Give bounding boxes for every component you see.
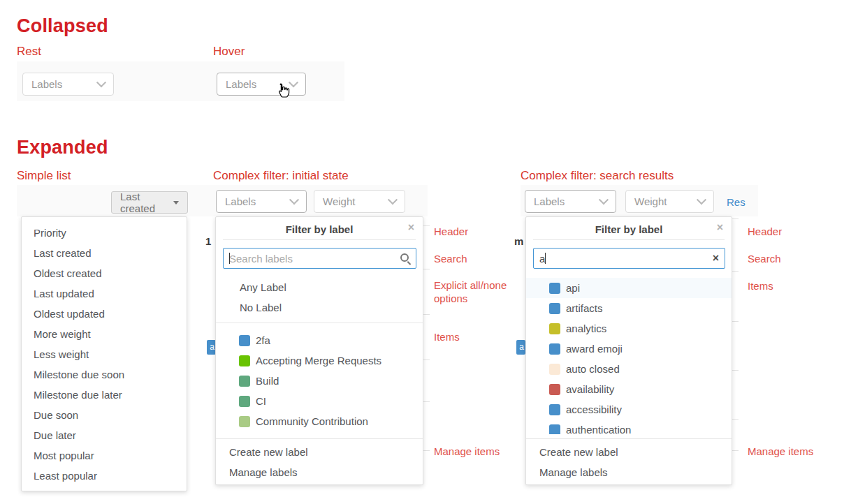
collapsed-heading: Collapsed (17, 15, 108, 37)
sort-toggle-label: Last created (120, 191, 167, 214)
divider (216, 438, 423, 439)
labels-filter-dropdown[interactable]: Labels (525, 190, 616, 213)
chevron-down-icon (289, 77, 298, 87)
sort-option[interactable]: Last created (22, 243, 187, 263)
labels-dropdown-hover[interactable]: Labels (217, 73, 306, 96)
sort-option[interactable]: Milestone due later (22, 385, 187, 405)
manage-labels-link[interactable]: Manage labels (229, 462, 298, 482)
dropdown-design-spec-page: Collapsed Rest Hover Labels Labels Expan… (0, 0, 851, 504)
dropdown-label: Labels (31, 78, 62, 90)
label-option[interactable]: 2fa (216, 330, 423, 350)
weight-filter-dropdown[interactable]: Weight (314, 190, 405, 213)
label-option[interactable]: Build (216, 371, 423, 391)
annotation-leader-line (732, 450, 739, 451)
sort-option[interactable]: Milestone due soon (22, 364, 187, 385)
weight-filter-dropdown[interactable]: Weight (625, 190, 714, 213)
sort-option[interactable]: Due soon (22, 405, 187, 425)
labels-dropdown-rest[interactable]: Labels (22, 73, 114, 96)
annotation-search: Search (748, 252, 781, 265)
search-labels-input[interactable] (533, 248, 725, 269)
label-color-chip (239, 355, 250, 366)
sort-option[interactable]: Last updated (22, 283, 187, 304)
label-name: authentication (566, 424, 631, 434)
text-caret (545, 253, 546, 264)
label-option[interactable]: availability (526, 379, 732, 399)
simple-list-label: Simple list (17, 169, 71, 183)
label-option[interactable]: authentication (526, 420, 732, 434)
label-color-chip (239, 335, 250, 346)
label-name: analytics (566, 323, 606, 334)
sort-option[interactable]: Oldest updated (22, 304, 187, 324)
clipped-background-label-chip: a (516, 340, 525, 355)
label-search-field: × (533, 248, 725, 269)
create-new-label-link[interactable]: Create new label (229, 442, 308, 462)
label-name: Community Contribution (256, 415, 368, 427)
dropdown-label: Labels (225, 195, 256, 207)
dropdown-label: Weight (634, 195, 667, 207)
annotation-leader-line (732, 218, 739, 219)
complex-initial-label: Complex filter: initial state (213, 169, 349, 183)
labels-filter-dropdown[interactable]: Labels (216, 190, 307, 213)
sort-option[interactable]: Least popular (22, 466, 187, 486)
clear-search-icon[interactable]: × (713, 251, 719, 265)
label-name: accessibility (566, 403, 622, 415)
sort-toggle-button[interactable]: Last created (111, 191, 188, 214)
label-name: 2fa (256, 334, 270, 346)
annotation-leader-line (423, 314, 430, 315)
label-option[interactable]: accessibility (526, 399, 732, 420)
label-option[interactable]: api (526, 278, 732, 298)
label-name: award emoji (566, 343, 623, 355)
sort-option[interactable]: Priority (22, 223, 187, 243)
sort-option[interactable]: Less weight (22, 344, 187, 364)
label-name: auto closed (566, 363, 620, 375)
any-label-option[interactable]: Any Label (216, 277, 423, 297)
sort-option[interactable]: More weight (22, 324, 187, 344)
label-filter-panel-search: Filter by label × × api artifacts analyt… (525, 216, 732, 485)
close-icon[interactable]: × (717, 222, 723, 233)
divider (526, 438, 732, 439)
annotation-search: Search (434, 252, 467, 265)
label-name: CI (256, 395, 266, 407)
label-search-field (223, 248, 416, 269)
clipped-background-text: m (514, 235, 523, 247)
sort-option[interactable]: Oldest created (22, 263, 187, 283)
annotation-leader-line (423, 269, 430, 269)
search-icon (400, 253, 410, 263)
label-option[interactable]: analytics (526, 318, 732, 339)
chevron-down-icon (96, 77, 106, 87)
label-name: artifacts (566, 302, 603, 314)
text-caret (229, 253, 230, 264)
sort-option[interactable]: Most popular (22, 445, 187, 466)
label-option[interactable]: auto closed (526, 359, 732, 379)
annotation-leader-line (732, 370, 739, 371)
label-option[interactable]: Community Contribution (216, 411, 423, 431)
dropdown-label: Labels (534, 195, 565, 207)
reset-link-clipped[interactable]: Res (727, 196, 745, 208)
close-icon[interactable]: × (408, 222, 414, 233)
annotation-leader-line (732, 419, 739, 420)
search-labels-input[interactable] (223, 248, 416, 269)
no-label-option[interactable]: No Label (216, 297, 423, 318)
chevron-down-icon (697, 195, 706, 205)
sort-option[interactable]: Due later (22, 425, 187, 445)
label-option[interactable]: Accepting Merge Requests (216, 350, 423, 371)
annotation-manage-items: Manage items (434, 445, 500, 458)
annotation-items: Items (748, 279, 773, 292)
dropdown-label: Weight (323, 195, 355, 207)
annotation-leader-line (732, 321, 739, 322)
rest-state-label: Rest (17, 45, 41, 59)
label-option[interactable]: CI (216, 391, 423, 411)
label-name: api (566, 282, 580, 294)
annotation-header: Header (748, 225, 782, 238)
label-option[interactable]: artifacts (526, 298, 732, 318)
label-color-chip (549, 283, 560, 294)
annotation-leader-line (732, 271, 739, 272)
panel-title: Filter by label (216, 223, 423, 235)
label-option[interactable]: award emoji (526, 339, 732, 359)
create-new-label-link[interactable]: Create new label (539, 442, 618, 462)
sort-options-list: PriorityLast createdOldest createdLast u… (22, 217, 187, 491)
label-color-chip (549, 424, 560, 435)
label-color-chip (239, 396, 250, 407)
manage-labels-link[interactable]: Manage labels (539, 462, 608, 482)
label-color-chip (549, 364, 560, 375)
